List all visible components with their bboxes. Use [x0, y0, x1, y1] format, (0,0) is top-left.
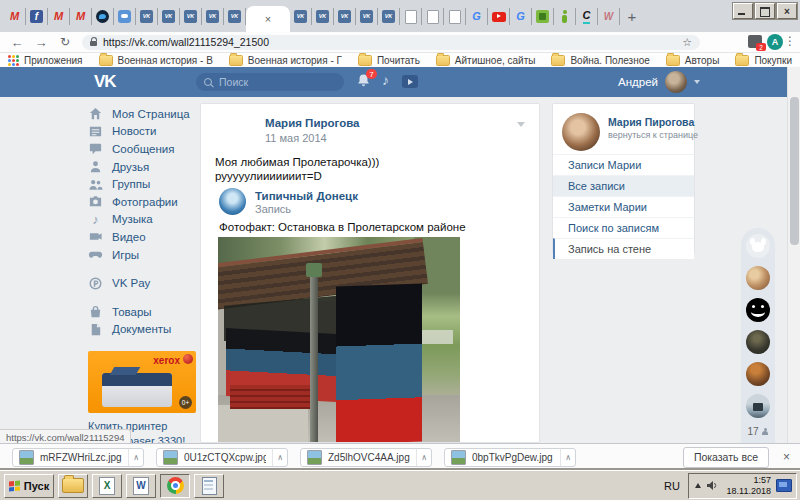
sidebar-item-photos[interactable]: Фотографии — [88, 193, 200, 211]
user-menu[interactable]: Андрей — [618, 71, 700, 93]
sidebar-item-messages[interactable]: Сообщения — [88, 140, 200, 158]
wall-menu-item[interactable]: Поиск по записям — [553, 217, 694, 238]
video-icon[interactable] — [402, 75, 418, 88]
browser-tab[interactable] — [422, 8, 444, 25]
browser-tab-active[interactable]: × — [246, 6, 290, 32]
bookmark-folder[interactable]: Авторы — [666, 55, 720, 66]
tab-close-icon[interactable]: × — [265, 14, 271, 25]
new-tab-button[interactable]: + — [620, 4, 644, 28]
taskbar-notepad-button[interactable] — [194, 474, 224, 498]
browser-tab[interactable]: M — [4, 8, 26, 25]
sidebar-item-video[interactable]: Видео — [88, 228, 200, 246]
browser-tab[interactable]: C — [576, 8, 598, 25]
wall-menu-item[interactable]: Записи Марии — [553, 154, 694, 175]
speaker-icon[interactable] — [706, 480, 718, 491]
padlock-icon[interactable] — [90, 41, 97, 46]
wall-menu-item[interactable]: Заметки Марии — [553, 196, 694, 217]
vk-dog-avatar[interactable] — [746, 234, 770, 258]
browser-tab[interactable] — [532, 8, 554, 25]
post-author-name[interactable]: Мария Пирогова — [265, 117, 359, 129]
ad-image[interactable]: xerox 0+ — [88, 351, 196, 413]
wall-menu-item-active[interactable]: Запись на стене — [553, 238, 694, 259]
taskbar-folder-button[interactable] — [58, 474, 88, 498]
friend-avatar[interactable] — [746, 298, 770, 322]
sidebar-item-vkpay[interactable]: VK Pay — [88, 274, 200, 292]
back-to-page-link[interactable]: вернуться к странице — [608, 130, 698, 140]
network-icon[interactable] — [776, 479, 792, 492]
sidebar-item-games[interactable]: Игры — [88, 246, 200, 264]
friends-online-count[interactable]: 17 — [747, 426, 768, 437]
bookmark-folder[interactable]: Почитать — [358, 55, 420, 66]
browser-tab[interactable]: VK — [312, 8, 334, 25]
browser-tab[interactable] — [444, 8, 466, 25]
bookmark-folder[interactable]: Айтишное, сайты — [436, 55, 536, 66]
friend-avatar[interactable] — [746, 362, 770, 386]
browser-tab[interactable]: M — [70, 8, 92, 25]
browser-tab[interactable]: VK — [136, 8, 158, 25]
browser-tab[interactable]: VK — [180, 8, 202, 25]
friend-avatar[interactable] — [746, 266, 770, 290]
window-close-button[interactable]: × — [777, 3, 797, 19]
bookmark-folder[interactable]: Покупки — [735, 55, 792, 66]
vk-logo[interactable]: VK — [94, 72, 116, 92]
browser-tab[interactable]: VK — [158, 8, 180, 25]
download-item[interactable]: Zd5lhOVC4AA.jpg ∧ — [300, 448, 432, 467]
sidebar-item-friends[interactable]: Друзья — [88, 158, 200, 176]
bookmark-folder[interactable]: Война. Полезное — [551, 55, 649, 66]
sidebar-item-docs[interactable]: Документы — [88, 321, 200, 339]
browser-tab[interactable]: VK — [334, 8, 356, 25]
bookmark-folder[interactable]: Военная история - В — [99, 55, 213, 66]
bookmark-star-icon[interactable]: ☆ — [682, 36, 692, 49]
repost-group-name[interactable]: Типичный Донецк — [255, 190, 358, 202]
download-menu-chevron-icon[interactable]: ∧ — [416, 449, 427, 466]
browser-tab[interactable]: VK — [378, 8, 400, 25]
wall-profile-avatar[interactable] — [562, 113, 600, 151]
browser-tab[interactable]: VK — [356, 8, 378, 25]
wall-menu-item[interactable]: Все записи — [553, 175, 694, 196]
music-icon[interactable]: ♪ — [382, 72, 389, 88]
download-item[interactable]: 0U1zCTQXcpw.jpg ∧ — [156, 448, 288, 467]
browser-tab[interactable] — [114, 8, 136, 25]
browser-tab[interactable]: VK — [224, 8, 246, 25]
sidebar-item-news[interactable]: Новости — [88, 123, 200, 141]
download-menu-chevron-icon[interactable]: ∧ — [560, 449, 571, 466]
window-minimize-button[interactable] — [733, 3, 753, 19]
download-item[interactable]: 0bpTkvPgDew.jpg ∧ — [444, 448, 576, 467]
bookmark-folder[interactable]: Военная история - Г — [229, 55, 342, 66]
sidebar-item-market[interactable]: Товары — [88, 303, 200, 321]
taskbar-chrome-button[interactable] — [160, 474, 190, 498]
address-bar[interactable]: https://vk.com/wall21115294_21500 ☆ — [82, 35, 700, 50]
browser-tab[interactable]: G — [466, 8, 488, 25]
browser-tab[interactable]: M — [48, 8, 70, 25]
url-text[interactable]: https://vk.com/wall21115294_21500 — [103, 36, 269, 48]
download-item[interactable]: mRFZWHriLzc.jpg ∧ — [12, 448, 144, 467]
browser-tab[interactable] — [488, 8, 510, 25]
taskbar-word-button[interactable]: W — [126, 474, 156, 498]
download-menu-chevron-icon[interactable]: ∧ — [128, 449, 139, 466]
vk-search[interactable] — [196, 73, 344, 91]
page-scrollbar[interactable] — [787, 67, 800, 443]
friend-avatar[interactable] — [746, 394, 770, 418]
wall-profile-name[interactable]: Мария Пирогова — [608, 116, 694, 128]
post-author-avatar[interactable] — [215, 114, 253, 152]
friend-avatar[interactable] — [746, 330, 770, 354]
download-menu-chevron-icon[interactable]: ∧ — [272, 449, 283, 466]
notifications-bell-icon[interactable]: 7 — [356, 73, 372, 89]
browser-tab[interactable] — [400, 8, 422, 25]
sidebar-item-groups[interactable]: Группы — [88, 175, 200, 193]
post-date[interactable]: 11 мая 2014 — [265, 132, 327, 144]
reload-button[interactable]: ↻ — [56, 33, 74, 51]
window-maximize-button[interactable] — [755, 3, 775, 19]
browser-tab[interactable]: W — [598, 8, 620, 25]
browser-tab[interactable] — [92, 8, 114, 25]
browser-profile-avatar[interactable]: A — [767, 34, 783, 50]
sidebar-item-my-page[interactable]: Моя Страница — [88, 105, 200, 123]
show-all-downloads-button[interactable]: Показать все — [683, 447, 769, 468]
clock[interactable]: 1:57 18.11.2018 — [723, 475, 771, 496]
browser-tab[interactable]: VK — [202, 8, 224, 25]
forward-button[interactable]: → — [32, 33, 50, 51]
search-input[interactable] — [217, 75, 321, 89]
browser-tab[interactable]: G — [510, 8, 532, 25]
scrollbar-thumb[interactable] — [790, 97, 799, 245]
language-indicator[interactable]: RU — [664, 480, 680, 492]
